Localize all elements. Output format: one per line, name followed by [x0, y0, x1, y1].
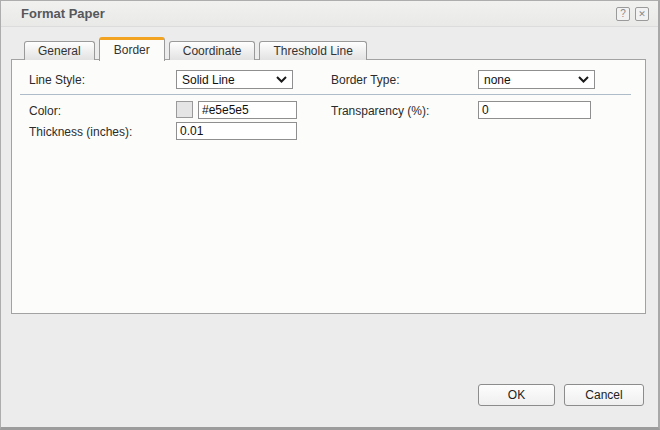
color-swatch[interactable]: [176, 101, 193, 118]
chevron-down-icon: [276, 76, 287, 83]
section-divider: [20, 94, 631, 95]
line-style-label: Line Style:: [29, 73, 85, 87]
border-type-label: Border Type:: [331, 73, 399, 87]
cancel-button[interactable]: Cancel: [564, 384, 644, 406]
dialog-title: Format Paper: [21, 1, 105, 27]
color-input[interactable]: [198, 101, 297, 119]
thickness-label: Thickness (inches):: [29, 125, 132, 139]
format-paper-dialog: Format Paper ? ✕ General Border Coordina…: [0, 0, 660, 430]
border-tab-panel: Line Style: Solid Line Border Type: none…: [11, 59, 646, 314]
close-icon[interactable]: ✕: [635, 7, 649, 21]
tab-general[interactable]: General: [24, 41, 95, 60]
transparency-input[interactable]: [478, 101, 591, 119]
border-type-value: none: [484, 73, 511, 87]
dialog-titlebar: Format Paper ? ✕: [1, 1, 658, 27]
line-style-value: Solid Line: [182, 73, 235, 87]
tab-coordinate[interactable]: Coordinate: [169, 41, 256, 60]
tab-border[interactable]: Border: [99, 37, 165, 61]
transparency-label: Transparency (%):: [331, 104, 429, 118]
thickness-input[interactable]: [176, 122, 297, 140]
help-icon[interactable]: ?: [616, 7, 630, 21]
border-type-select[interactable]: none: [478, 70, 595, 89]
line-style-select[interactable]: Solid Line: [176, 70, 293, 89]
tab-strip: General Border Coordinate Threshold Line: [24, 36, 367, 60]
ok-button[interactable]: OK: [478, 384, 555, 406]
tab-threshold-line[interactable]: Threshold Line: [259, 41, 366, 60]
chevron-down-icon: [578, 76, 589, 83]
color-label: Color:: [29, 104, 61, 118]
